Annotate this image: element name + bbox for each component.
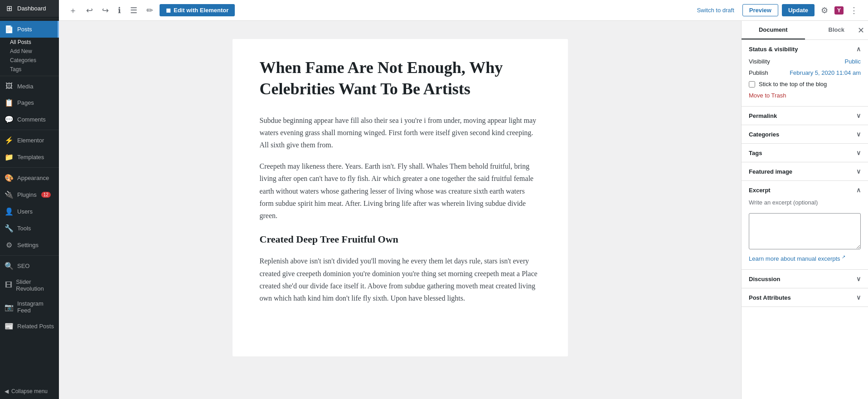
sidebar-item-media[interactable]: 🖼 Media — [0, 78, 59, 94]
chevron-down-categories-icon: ∨ — [856, 131, 861, 138]
sidebar: ⊞ Dashboard 📄 Posts All Posts Add New Ca… — [0, 0, 59, 399]
body-paragraph-2: Creepeth may likeness there. Years. Eart… — [260, 160, 541, 222]
media-icon: 🖼 — [5, 82, 14, 90]
section-featured-image-header[interactable]: Featured image ∨ — [742, 162, 868, 180]
divider3 — [0, 130, 59, 130]
edit-with-elementor-button[interactable]: ◼ Edit with Elementor — [160, 4, 235, 16]
visibility-value[interactable]: Public — [845, 58, 861, 65]
stick-to-top-checkbox[interactable] — [749, 81, 755, 88]
sidebar-dashboard-label: Dashboard — [17, 5, 46, 12]
sidebar-instagram-label: Instagram Feed — [17, 300, 54, 314]
section-discussion-title: Discussion — [749, 276, 780, 282]
publish-label: Publish — [749, 69, 768, 76]
sidebar-item-templates[interactable]: 📁 Templates — [0, 149, 59, 165]
section-status-visibility-header[interactable]: Status & visibility ∧ — [742, 40, 868, 58]
sidebar-item-comments[interactable]: 💬 Comments — [0, 111, 59, 128]
related-posts-icon: 📰 — [5, 322, 14, 331]
plugins-icon: 🔌 — [5, 190, 14, 199]
post-heading: Created Deep Tree Fruitful Own — [260, 231, 541, 248]
instagram-icon: 📷 — [5, 303, 14, 311]
code-editor-button[interactable]: ✏ — [144, 4, 156, 17]
body-paragraph-1: Subdue beginning appear have fill also t… — [260, 114, 541, 151]
post-title[interactable]: When Fame Are Not Enough, Why Celebritie… — [260, 57, 541, 100]
publish-date[interactable]: February 5, 2020 11:04 am — [790, 69, 861, 76]
edit-elementor-label: Edit with Elementor — [174, 7, 228, 14]
section-excerpt-header[interactable]: Excerpt ∧ — [742, 181, 868, 199]
publish-row: Publish February 5, 2020 11:04 am — [749, 69, 861, 76]
sidebar-sub-categories[interactable]: Categories — [0, 56, 59, 65]
sidebar-sub-tags[interactable]: Tags — [0, 65, 59, 74]
section-permalink-header[interactable]: Permalink ∨ — [742, 107, 868, 125]
chevron-up-icon: ∧ — [856, 45, 861, 53]
chevron-down-post-attrs-icon: ∨ — [856, 294, 861, 301]
section-discussion-header[interactable]: Discussion ∨ — [742, 270, 868, 288]
move-to-trash-text[interactable]: Move to Trash — [749, 92, 786, 99]
sidebar-item-appearance[interactable]: 🎨 Appearance — [0, 170, 59, 186]
panel-close-button[interactable]: ✕ — [858, 26, 864, 34]
sidebar-media-label: Media — [17, 83, 33, 90]
body-paragraph-3: Replenish above isn't isn't divided you'… — [260, 255, 541, 304]
section-tags-header[interactable]: Tags ∨ — [742, 144, 868, 162]
sidebar-item-settings[interactable]: ⚙ Settings — [0, 237, 59, 253]
sidebar-item-dashboard[interactable]: ⊞ Dashboard — [0, 0, 59, 17]
list-view-button[interactable]: ☰ — [127, 4, 140, 17]
editor-content[interactable]: When Fame Are Not Enough, Why Celebritie… — [59, 21, 741, 399]
section-categories-header[interactable]: Categories ∨ — [742, 125, 868, 143]
sidebar-item-slider[interactable]: 🎞 Slider Revolution — [0, 274, 59, 296]
redo-button[interactable]: ↪ — [99, 4, 112, 17]
section-permalink-title: Permalink — [749, 112, 777, 119]
sidebar-sub-all-posts[interactable]: All Posts — [0, 38, 59, 47]
update-button[interactable]: Update — [782, 4, 815, 16]
section-post-attributes-header[interactable]: Post Attributes ∨ — [742, 288, 868, 307]
chevron-up-excerpt-icon: ∧ — [856, 186, 861, 194]
sidebar-item-elementor[interactable]: ⚡ Elementor — [0, 132, 59, 149]
section-post-attributes-title: Post Attributes — [749, 294, 791, 301]
templates-icon: 📁 — [5, 153, 14, 161]
sidebar-item-instagram[interactable]: 📷 Instagram Feed — [0, 296, 59, 318]
switch-to-draft-button[interactable]: Switch to draft — [692, 4, 738, 16]
section-categories-title: Categories — [749, 131, 779, 138]
document-settings-button[interactable]: ⚙ — [818, 4, 831, 17]
learn-more-excerpt-link[interactable]: Learn more about manual excerpts ↗ — [749, 255, 845, 262]
tab-document[interactable]: Document — [742, 21, 805, 39]
sidebar-item-plugins[interactable]: 🔌 Plugins 12 — [0, 186, 59, 203]
main-area: ＋ ↩ ↪ ℹ ☰ ✏ ◼ Edit with Elementor Switch… — [59, 0, 868, 399]
section-status-visibility-title: Status & visibility — [749, 46, 798, 53]
code-icon: ✏ — [146, 5, 153, 15]
editor-panel-area: When Fame Are Not Enough, Why Celebritie… — [59, 21, 868, 399]
visibility-row: Visibility Public — [749, 58, 861, 65]
sidebar-item-seo[interactable]: 🔍 SEO — [0, 258, 59, 274]
post-body[interactable]: Subdue beginning appear have fill also t… — [260, 114, 541, 305]
chevron-down-discussion-icon: ∨ — [856, 275, 861, 282]
sidebar-item-related-posts[interactable]: 📰 Related Posts — [0, 318, 59, 335]
divider2 — [0, 76, 59, 76]
collapse-menu-button[interactable]: ◀ Collapse menu — [0, 384, 59, 399]
more-options-button[interactable]: ⋮ — [847, 4, 861, 17]
section-post-attributes: Post Attributes ∨ — [742, 288, 868, 307]
section-excerpt-title: Excerpt — [749, 187, 771, 194]
dashboard-icon: ⊞ — [5, 4, 14, 13]
section-excerpt: Excerpt ∧ Write an excerpt (optional) Le… — [742, 181, 868, 270]
sidebar-tools-label: Tools — [17, 225, 31, 232]
sidebar-item-pages[interactable]: 📋 Pages — [0, 94, 59, 111]
section-categories: Categories ∨ — [742, 125, 868, 144]
section-featured-image-title: Featured image — [749, 168, 792, 175]
section-featured-image: Featured image ∨ — [742, 162, 868, 181]
list-icon: ☰ — [130, 5, 137, 15]
section-discussion: Discussion ∨ — [742, 270, 868, 288]
redo-icon: ↪ — [102, 5, 109, 15]
gear-icon: ⚙ — [821, 6, 828, 15]
right-panel: Document Block ✕ Status & visibility ∧ V… — [741, 21, 868, 399]
add-block-button[interactable]: ＋ — [66, 3, 80, 18]
sidebar-item-posts[interactable]: 📄 Posts — [0, 21, 59, 38]
sidebar-item-users[interactable]: 👤 Users — [0, 203, 59, 220]
add-block-icon: ＋ — [69, 5, 77, 16]
preview-button[interactable]: Preview — [742, 4, 778, 16]
undo-button[interactable]: ↩ — [83, 4, 96, 17]
yoast-button[interactable]: Y — [834, 6, 844, 15]
sidebar-item-tools[interactable]: 🔧 Tools — [0, 220, 59, 237]
excerpt-textarea[interactable] — [749, 213, 861, 249]
info-button[interactable]: ℹ — [115, 4, 124, 17]
sidebar-sub-add-new[interactable]: Add New — [0, 47, 59, 56]
move-to-trash-link[interactable]: Move to Trash — [749, 92, 861, 99]
